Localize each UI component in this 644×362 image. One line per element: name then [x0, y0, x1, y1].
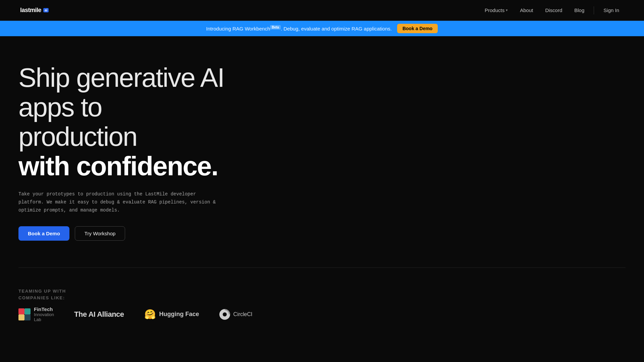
nav-item-products[interactable]: Products ▾ [480, 5, 513, 16]
banner-desc: . Debug, evaluate and optimize RAG appli… [281, 26, 392, 32]
announcement-banner: Introducing RAG WorkbenchBeta. Debug, ev… [0, 21, 644, 36]
fintech-icon [18, 308, 31, 320]
about-label: About [520, 7, 533, 13]
hero-heading-bold: with confidence. [18, 151, 218, 181]
partner-circleci: CircleCI [219, 309, 253, 320]
nav-item-about[interactable]: About [515, 5, 538, 16]
hero-subtext: Take your prototypes to production using… [18, 190, 216, 214]
signin-button[interactable]: Sign In [599, 5, 624, 16]
hero-section: Ship generative AI apps to production wi… [0, 36, 644, 267]
beta-badge: Beta [270, 25, 281, 29]
ai-alliance-name: The AI Alliance [74, 310, 124, 319]
hero-heading-line2: production [18, 122, 137, 152]
banner-message: Introducing RAG WorkbenchBeta. Debug, ev… [206, 25, 392, 32]
teaming-section: TEAMING UP WITH COMPANIES LIKE: FinTech … [0, 268, 644, 336]
discord-label: Discord [545, 7, 562, 13]
book-demo-button[interactable]: Book a Demo [18, 226, 69, 241]
nav-links: Products ▾ About Discord Blog Sign In [480, 5, 624, 16]
hero-heading-line1: Ship generative AI apps to [18, 63, 224, 122]
partner-ai-alliance: The AI Alliance [74, 310, 124, 319]
svg-rect-0 [18, 308, 24, 314]
circleci-name: CircleCI [233, 311, 253, 317]
banner-intro: Introducing RAG Workbench [206, 26, 270, 32]
products-label: Products [485, 7, 504, 13]
circleci-icon [219, 309, 230, 320]
logo-badge: ai [43, 8, 49, 12]
svg-point-5 [223, 312, 227, 316]
nav-item-discord[interactable]: Discord [540, 5, 567, 16]
teaming-label-line1: TEAMING UP WITH [18, 289, 66, 294]
logo[interactable]: lastmile ai [20, 7, 49, 14]
svg-rect-1 [24, 308, 31, 314]
partners-row: FinTech InnovationLab The AI Alliance 🤗 … [18, 306, 626, 322]
partner-fintech: FinTech InnovationLab [18, 306, 54, 322]
blog-label: Blog [574, 7, 584, 13]
chevron-down-icon: ▾ [506, 8, 508, 12]
teaming-label: TEAMING UP WITH COMPANIES LIKE: [18, 288, 626, 301]
partner-hugging-face: 🤗 Hugging Face [144, 309, 199, 320]
svg-rect-2 [18, 314, 24, 320]
nav-divider [594, 6, 594, 14]
fintech-name: FinTech [34, 306, 54, 312]
hugging-face-name: Hugging Face [159, 311, 199, 318]
banner-cta-button[interactable]: Book a Demo [397, 24, 438, 33]
fintech-sub: InnovationLab [34, 312, 54, 322]
teaming-label-line2: COMPANIES LIKE: [18, 295, 65, 300]
hero-cta-group: Book a Demo Try Workshop [18, 226, 255, 241]
try-workshop-button[interactable]: Try Workshop [75, 226, 125, 241]
nav-item-blog[interactable]: Blog [570, 5, 589, 16]
fintech-info: FinTech InnovationLab [34, 306, 54, 322]
navbar: lastmile ai Products ▾ About Discord Blo… [0, 0, 644, 21]
hugging-face-icon: 🤗 [144, 309, 156, 320]
svg-rect-3 [24, 314, 31, 320]
logo-text: lastmile [20, 7, 41, 14]
hero-heading: Ship generative AI apps to production wi… [18, 63, 255, 181]
